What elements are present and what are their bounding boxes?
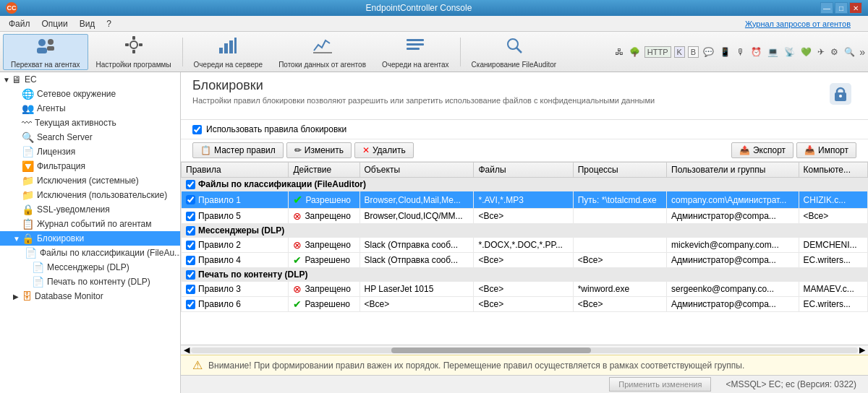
status-text: <MSSQL> EC; ec (Версия: 0322) [726,379,856,389]
rule3-files: <Все> [474,282,573,297]
icon-skype[interactable]: 💬 [702,46,715,59]
sidebar-item-agents[interactable]: 👥 Агенты [0,101,180,116]
use-rules-checkbox[interactable] [192,125,202,134]
apply-button[interactable]: Применить изменения [609,377,711,392]
svg-rect-2 [48,39,54,45]
edit-button[interactable]: ✏ Изменить [286,142,352,158]
sidebar-item-search-server[interactable]: 🔍 Search Server [0,130,180,144]
menu-view[interactable]: Вид [74,17,101,30]
rule1-checkbox[interactable] [186,195,195,204]
agent-log-link[interactable]: Журнал запросов от агентов [745,20,865,28]
rule2-computers: DEMCHENI... [799,238,867,253]
edit-label: Изменить [305,145,344,155]
sidebar-item-activity[interactable]: 〰 Текущая активность [0,116,180,130]
table-row-rule6[interactable]: Правило 6 ✔ Разрешено <Все> <Все> <Все> [182,297,868,312]
rule2-checkbox[interactable] [186,241,195,250]
rules-table-container[interactable]: Правила Действие Объекты Файлы Процессы … [181,162,868,345]
table-row-rule5[interactable]: Правило 5 ⊗ Запрещено Browser,Cloud,ICQ/… [182,209,868,224]
table-row-rule4[interactable]: Правило 4 ✔ Разрешено Slack (Отправка со… [182,253,868,268]
sidebar-label-files-class: Файлы по классификации (FileAu... [40,248,181,258]
icon-b[interactable]: B [688,46,699,58]
toolbar-expand-icon[interactable]: » [859,46,865,58]
scroll-track[interactable] [191,347,858,353]
menu-help[interactable]: ? [101,17,117,30]
icon-wapp[interactable]: 💚 [799,46,813,59]
rule5-checkbox[interactable] [186,212,195,221]
toolbar-agent-queues[interactable]: Очереди на агентах [374,34,457,70]
maximize-button[interactable]: □ [835,2,848,14]
sidebar-item-filtration[interactable]: 🔽 Фильтрация [0,159,180,173]
icon-pc[interactable]: 💻 [766,46,780,59]
sidebar-item-print-dlp[interactable]: 📄 Печать по контенту (DLP) [0,275,180,289]
sidebar-label-activity: Текущая активность [35,118,116,128]
icon-mic[interactable]: 🎙 [735,46,746,59]
rule6-objects: <Все> [359,297,474,312]
toolbar-file-auditor[interactable]: Сканирование FileAuditor [464,34,565,70]
icon-social[interactable]: 📡 [783,46,796,59]
import-button[interactable]: 📥 Импорт [796,142,856,158]
rule3-computers: MAMAEV.c... [799,282,867,297]
toolbar-agent-streams[interactable]: Потоки данных от агентов [271,34,374,70]
icon-http[interactable]: HTTP [644,46,671,58]
sidebar-label-excl-sys: Исключения (системные) [37,176,139,186]
horizontal-scrollbar[interactable]: ◀ ▶ [181,345,868,355]
rule6-checkbox[interactable] [186,300,195,309]
icon-more[interactable]: 🔍 [843,46,856,59]
svg-rect-11 [229,40,233,53]
table-row-rule2[interactable]: Правило 2 ⊗ Запрещено Slack (Отправка со… [182,238,868,253]
icon-k[interactable]: K [674,46,685,58]
sidebar-item-messengers-dlp[interactable]: 📄 Мессенджеры (DLP) [0,260,180,275]
svg-rect-1 [37,48,47,53]
col-processes: Процессы [573,163,666,178]
minimize-button[interactable]: — [820,2,833,14]
sidebar-item-exclusions-sys[interactable]: 📁 Исключения (системные) [0,173,180,188]
group-checkbox-messengers[interactable] [186,226,195,236]
sidebar-item-event-log[interactable]: 📋 Журнал событий по агентам [0,217,180,231]
menu-options[interactable]: Опции [36,17,74,30]
svg-rect-13 [313,52,332,53]
toolbar-intercept-agents[interactable]: Перехват на агентах [3,34,88,70]
activity-icon: 〰 [22,117,32,129]
wizard-button[interactable]: 📋 Мастер правил [192,142,284,158]
table-row-rule1[interactable]: Правило 1 ✔ Разрешено Browser,Cloud,Mail… [182,191,868,209]
use-rules-label[interactable]: Использовать правила блокировки [192,124,856,134]
icon-settings2[interactable]: ⚙ [829,46,840,59]
sidebar-item-ssl[interactable]: 🔒 SSL-уведомления [0,202,180,217]
scroll-left-btn[interactable]: ◀ [182,345,191,355]
sidebar-item-files-classification[interactable]: 📄 Файлы по классификации (FileAu... [0,246,180,260]
rule2-name: Правило 2 [182,238,289,253]
toolbar-server-queue[interactable]: Очереди на сервере [186,34,271,70]
export-button[interactable]: 📤 Экспорт [731,142,793,158]
svg-rect-0 [38,39,46,46]
file-auditor-icon [503,35,524,59]
toolbar-right-icons: 🖧 🌳 HTTP K B 💬 📱 🎙 ⏰ 💻 📡 💚 ✈ ⚙ 🔍 » [613,46,865,59]
group-checkbox-print[interactable] [186,270,195,280]
sidebar-item-license[interactable]: 📄 Лицензия [0,144,180,159]
toolbar-settings[interactable]: Настройки программы [88,34,179,70]
icon-tree[interactable]: 🌳 [628,46,642,59]
scroll-thumb[interactable] [391,347,592,353]
sidebar-item-database-monitor[interactable]: ▶ 🗄 Database Monitor [0,289,180,303]
icon-s[interactable]: 📱 [718,46,732,59]
rule1-users: company.com\Администрат... [667,191,799,209]
rule3-checkbox[interactable] [186,285,195,294]
delete-button[interactable]: ✕ Удалить [354,142,414,158]
sidebar-item-network[interactable]: 🌐 Сетевое окружение [0,87,180,101]
rule3-users: sergeenko@company.co... [667,282,799,297]
scroll-right-btn[interactable]: ▶ [858,345,867,355]
group-checkbox-file-auditor[interactable] [186,180,195,189]
sidebar-item-blockings[interactable]: ▼ 🔒 Блокировки [0,231,180,246]
icon-tg[interactable]: ✈ [816,46,826,59]
table-row-rule3[interactable]: Правило 3 ⊗ Запрещено HP LaserJet 1015 <… [182,282,868,297]
blockings-header-icon [825,78,856,116]
sidebar-item-ec[interactable]: ▼ 🖥 EC [0,72,180,87]
icon-network[interactable]: 🖧 [613,46,625,59]
sidebar-item-exclusions-user[interactable]: 📁 Исключения (пользовательские) [0,188,180,202]
rule1-computers: CHIZIK.c... [799,191,867,209]
filtration-icon: 🔽 [22,160,34,172]
close-button[interactable]: ✕ [849,2,862,14]
icon-clock[interactable]: ⏰ [749,46,763,59]
rule4-checkbox[interactable] [186,256,195,265]
rule1-objects: Browser,Cloud,Mail,Me... [359,191,474,209]
menu-file[interactable]: Файл [3,17,36,30]
